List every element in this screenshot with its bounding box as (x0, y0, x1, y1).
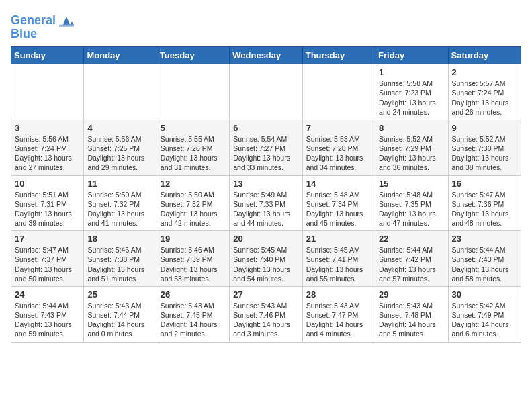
day-detail: Sunrise: 5:46 AM Sunset: 7:39 PM Dayligh… (161, 245, 226, 283)
day-number: 21 (306, 234, 371, 244)
calendar-cell: 14Sunrise: 5:48 AM Sunset: 7:34 PM Dayli… (302, 175, 375, 231)
calendar-cell: 16Sunrise: 5:47 AM Sunset: 7:36 PM Dayli… (448, 175, 521, 231)
calendar-cell: 27Sunrise: 5:43 AM Sunset: 7:46 PM Dayli… (230, 286, 302, 342)
calendar-cell (157, 64, 229, 120)
day-detail: Sunrise: 5:58 AM Sunset: 7:23 PM Dayligh… (379, 79, 444, 117)
svg-marker-1 (59, 17, 74, 27)
day-number: 3 (15, 123, 80, 133)
calendar-cell: 24Sunrise: 5:44 AM Sunset: 7:43 PM Dayli… (11, 286, 84, 342)
weekday-header: Wednesday (230, 47, 302, 64)
day-detail: Sunrise: 5:49 AM Sunset: 7:33 PM Dayligh… (233, 190, 298, 228)
day-number: 30 (452, 289, 517, 300)
calendar-week-row: 3Sunrise: 5:56 AM Sunset: 7:24 PM Daylig… (11, 120, 521, 175)
weekday-header: Saturday (448, 47, 521, 64)
day-number: 17 (15, 234, 80, 244)
day-detail: Sunrise: 5:47 AM Sunset: 7:36 PM Dayligh… (452, 190, 517, 228)
calendar-cell: 23Sunrise: 5:44 AM Sunset: 7:43 PM Dayli… (448, 231, 521, 287)
calendar-week-row: 10Sunrise: 5:51 AM Sunset: 7:31 PM Dayli… (11, 175, 521, 231)
logo-text: General (11, 13, 74, 28)
day-number: 26 (161, 289, 226, 300)
calendar-cell: 22Sunrise: 5:44 AM Sunset: 7:42 PM Dayli… (375, 231, 448, 287)
day-detail: Sunrise: 5:44 AM Sunset: 7:42 PM Dayligh… (379, 245, 444, 283)
calendar-cell: 6Sunrise: 5:54 AM Sunset: 7:27 PM Daylig… (230, 120, 302, 175)
day-number: 28 (306, 289, 371, 300)
calendar-cell: 17Sunrise: 5:47 AM Sunset: 7:37 PM Dayli… (11, 231, 84, 287)
day-detail: Sunrise: 5:52 AM Sunset: 7:30 PM Dayligh… (452, 134, 517, 173)
day-detail: Sunrise: 5:53 AM Sunset: 7:28 PM Dayligh… (306, 134, 371, 173)
day-number: 23 (452, 234, 517, 244)
calendar-cell: 11Sunrise: 5:50 AM Sunset: 7:32 PM Dayli… (84, 175, 157, 231)
day-detail: Sunrise: 5:56 AM Sunset: 7:24 PM Dayligh… (15, 134, 80, 173)
day-detail: Sunrise: 5:44 AM Sunset: 7:43 PM Dayligh… (15, 301, 80, 339)
day-number: 29 (379, 289, 444, 300)
day-number: 7 (306, 123, 371, 133)
day-detail: Sunrise: 5:57 AM Sunset: 7:24 PM Dayligh… (452, 79, 517, 117)
day-detail: Sunrise: 5:51 AM Sunset: 7:31 PM Dayligh… (15, 190, 80, 228)
weekday-header: Tuesday (157, 47, 229, 64)
day-number: 4 (87, 123, 152, 133)
day-number: 13 (233, 179, 298, 189)
logo: General Blue (11, 13, 74, 41)
day-number: 25 (87, 289, 152, 300)
calendar-cell: 19Sunrise: 5:46 AM Sunset: 7:39 PM Dayli… (157, 231, 229, 287)
day-detail: Sunrise: 5:43 AM Sunset: 7:48 PM Dayligh… (379, 301, 444, 339)
day-number: 19 (161, 234, 226, 244)
day-number: 8 (379, 123, 444, 133)
calendar-cell: 8Sunrise: 5:52 AM Sunset: 7:29 PM Daylig… (375, 120, 448, 175)
calendar-cell: 18Sunrise: 5:46 AM Sunset: 7:38 PM Dayli… (84, 231, 157, 287)
day-detail: Sunrise: 5:44 AM Sunset: 7:43 PM Dayligh… (452, 245, 517, 283)
calendar-cell: 21Sunrise: 5:45 AM Sunset: 7:41 PM Dayli… (302, 231, 375, 287)
calendar-cell: 13Sunrise: 5:49 AM Sunset: 7:33 PM Dayli… (230, 175, 302, 231)
day-detail: Sunrise: 5:42 AM Sunset: 7:49 PM Dayligh… (452, 301, 517, 339)
day-number: 16 (452, 179, 517, 189)
day-number: 5 (161, 123, 226, 133)
day-number: 10 (15, 179, 80, 189)
calendar-cell: 15Sunrise: 5:48 AM Sunset: 7:35 PM Dayli… (375, 175, 448, 231)
day-number: 18 (87, 234, 152, 244)
weekday-header: Monday (84, 47, 157, 64)
day-detail: Sunrise: 5:45 AM Sunset: 7:40 PM Dayligh… (233, 245, 298, 283)
calendar-table: SundayMondayTuesdayWednesdayThursdayFrid… (11, 46, 521, 342)
day-number: 24 (15, 289, 80, 300)
day-detail: Sunrise: 5:55 AM Sunset: 7:26 PM Dayligh… (161, 134, 226, 173)
calendar-cell: 12Sunrise: 5:50 AM Sunset: 7:32 PM Dayli… (157, 175, 229, 231)
calendar-cell: 25Sunrise: 5:43 AM Sunset: 7:44 PM Dayli… (84, 286, 157, 342)
day-detail: Sunrise: 5:43 AM Sunset: 7:45 PM Dayligh… (161, 301, 226, 339)
calendar-cell (84, 64, 157, 120)
day-number: 2 (452, 67, 517, 77)
day-detail: Sunrise: 5:48 AM Sunset: 7:35 PM Dayligh… (379, 190, 444, 228)
calendar-week-row: 17Sunrise: 5:47 AM Sunset: 7:37 PM Dayli… (11, 231, 521, 287)
calendar-cell: 20Sunrise: 5:45 AM Sunset: 7:40 PM Dayli… (230, 231, 302, 287)
day-detail: Sunrise: 5:56 AM Sunset: 7:25 PM Dayligh… (87, 134, 152, 173)
calendar-header-row: SundayMondayTuesdayWednesdayThursdayFrid… (11, 47, 521, 64)
calendar-cell: 7Sunrise: 5:53 AM Sunset: 7:28 PM Daylig… (302, 120, 375, 175)
day-number: 22 (379, 234, 444, 244)
logo-blue: Blue (11, 27, 74, 42)
calendar-cell: 1Sunrise: 5:58 AM Sunset: 7:23 PM Daylig… (375, 64, 448, 120)
calendar-week-row: 24Sunrise: 5:44 AM Sunset: 7:43 PM Dayli… (11, 286, 521, 342)
calendar-cell: 4Sunrise: 5:56 AM Sunset: 7:25 PM Daylig… (84, 120, 157, 175)
day-number: 14 (306, 179, 371, 189)
day-detail: Sunrise: 5:50 AM Sunset: 7:32 PM Dayligh… (87, 190, 152, 228)
day-number: 11 (87, 179, 152, 189)
day-detail: Sunrise: 5:54 AM Sunset: 7:27 PM Dayligh… (233, 134, 298, 173)
calendar-cell: 10Sunrise: 5:51 AM Sunset: 7:31 PM Dayli… (11, 175, 84, 231)
weekday-header: Thursday (302, 47, 375, 64)
calendar-cell: 2Sunrise: 5:57 AM Sunset: 7:24 PM Daylig… (448, 64, 521, 120)
day-number: 1 (379, 67, 444, 77)
day-detail: Sunrise: 5:47 AM Sunset: 7:37 PM Dayligh… (15, 245, 80, 283)
calendar-cell: 29Sunrise: 5:43 AM Sunset: 7:48 PM Dayli… (375, 286, 448, 342)
day-detail: Sunrise: 5:45 AM Sunset: 7:41 PM Dayligh… (306, 245, 371, 283)
weekday-header: Friday (375, 47, 448, 64)
calendar-cell: 26Sunrise: 5:43 AM Sunset: 7:45 PM Dayli… (157, 286, 229, 342)
day-number: 15 (379, 179, 444, 189)
day-detail: Sunrise: 5:43 AM Sunset: 7:44 PM Dayligh… (87, 301, 152, 339)
page-header: General Blue (11, 11, 521, 41)
calendar-cell (230, 64, 302, 120)
calendar-cell (302, 64, 375, 120)
day-detail: Sunrise: 5:48 AM Sunset: 7:34 PM Dayligh… (306, 190, 371, 228)
calendar-week-row: 1Sunrise: 5:58 AM Sunset: 7:23 PM Daylig… (11, 64, 521, 120)
day-number: 27 (233, 289, 298, 300)
day-number: 20 (233, 234, 298, 244)
calendar-cell (11, 64, 84, 120)
